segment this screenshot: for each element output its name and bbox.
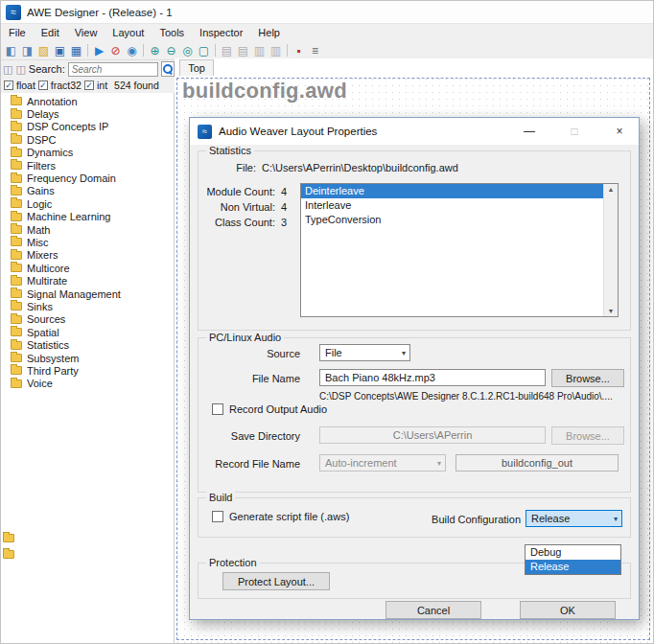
record-mode-value: Auto-increment xyxy=(325,457,397,469)
tree-item-label: Annotation xyxy=(27,96,78,107)
dialog-maximize-button[interactable]: □ xyxy=(555,118,594,145)
dock-toggle-icon[interactable]: ◫ xyxy=(3,63,12,76)
tree-item-filters[interactable]: Filters xyxy=(1,159,174,172)
dialog-titlebar[interactable]: ≈ Audio Weaver Layout Properties — □ × xyxy=(190,118,639,145)
tree-item-third-party[interactable]: Third Party xyxy=(1,364,174,377)
menu-file[interactable]: File xyxy=(1,27,34,38)
dropdown-option-release[interactable]: Release xyxy=(526,560,620,574)
filter-float-checkbox[interactable]: ✓ xyxy=(4,80,13,90)
build-legend: Build xyxy=(206,492,235,503)
zoom-in-icon[interactable]: ⊕ xyxy=(147,42,163,58)
tab-top[interactable]: Top xyxy=(179,59,214,76)
align-top-icon[interactable]: ▥ xyxy=(251,42,268,58)
tree-item-gains[interactable]: Gains xyxy=(1,185,174,197)
open-folder-icon[interactable]: ▨ xyxy=(35,42,52,58)
folder-icon xyxy=(11,199,22,208)
folder-icon xyxy=(11,97,22,105)
tree-item-voice[interactable]: Voice xyxy=(1,378,174,390)
source-label: Source xyxy=(199,348,300,359)
panel-right-icon[interactable]: ◨ xyxy=(19,42,35,58)
protect-layout-button[interactable]: Protect Layout... xyxy=(222,572,330,590)
filter-fract32-checkbox[interactable]: ✓ xyxy=(38,80,48,90)
tree-item-multirate[interactable]: Multirate xyxy=(1,274,174,287)
zoom-fit-icon[interactable]: ◎ xyxy=(179,42,196,58)
record-mode-combobox: Auto-increment ▾ xyxy=(319,454,446,472)
class-count-value: 3 xyxy=(281,217,287,228)
toolbar-separator xyxy=(143,44,144,57)
palette-folder-icon[interactable] xyxy=(3,550,14,559)
tree-item-dynamics[interactable]: Dynamics xyxy=(1,147,174,159)
tree-item-mixers[interactable]: Mixers xyxy=(1,249,174,262)
folder-icon xyxy=(11,238,22,246)
tree-item-sinks[interactable]: Sinks xyxy=(1,300,174,312)
tree-item-multicore[interactable]: Multicore xyxy=(1,262,174,274)
record-output-checkbox[interactable] xyxy=(212,403,223,415)
tree-item-logic[interactable]: Logic xyxy=(1,197,174,210)
palette-folder-icon[interactable] xyxy=(3,534,14,542)
generate-script-checkbox[interactable] xyxy=(212,511,223,522)
tree-item-math[interactable]: Math xyxy=(1,223,174,236)
menu-layout[interactable]: Layout xyxy=(105,27,152,38)
tree-item-statistics[interactable]: Statistics xyxy=(1,338,174,351)
tree-item-annotation[interactable]: Annotation xyxy=(1,95,174,107)
file-label: File: xyxy=(204,162,256,173)
listbox-item-deinterleave[interactable]: Deinterleave xyxy=(301,184,603,198)
non-virtual-label: Non Virtual: xyxy=(204,201,275,213)
listbox-item-interleave[interactable]: Interleave xyxy=(301,198,603,213)
module-count-value: 4 xyxy=(281,186,287,197)
build-configuration-combobox[interactable]: Release ▾ xyxy=(526,510,622,527)
tree-item-label: Mixers xyxy=(27,249,58,261)
menu-inspector[interactable]: Inspector xyxy=(192,27,250,38)
align-left-icon[interactable]: ▤ xyxy=(219,42,235,58)
module-tree: Annotation Delays DSP Concepts IP DSPC D… xyxy=(1,93,175,643)
module-class-listbox: Deinterleave Interleave TypeConversion ▲… xyxy=(300,183,619,317)
tree-item-label: Spatial xyxy=(27,327,59,338)
search-button[interactable] xyxy=(161,61,175,77)
tree-item-dsp-concepts-ip[interactable]: DSP Concepts IP xyxy=(1,121,174,133)
record-output-label: Record Output Audio xyxy=(229,403,327,415)
search-input[interactable] xyxy=(68,62,158,77)
menu-view[interactable]: View xyxy=(67,27,105,38)
target-connect-icon[interactable]: ◉ xyxy=(124,42,140,58)
app-logo-icon: ≈ xyxy=(6,5,21,20)
tree-item-machine-learning[interactable]: Machine Learning xyxy=(1,211,174,223)
tree-item-sources[interactable]: Sources xyxy=(1,313,174,326)
route-list-icon[interactable]: ≡ xyxy=(307,42,323,58)
tree-item-signal-management[interactable]: Signal Management xyxy=(1,288,174,300)
filter-int-checkbox[interactable]: ✓ xyxy=(84,80,94,90)
tree-item-delays[interactable]: Delays xyxy=(1,107,174,120)
listbox-item-typeconversion[interactable]: TypeConversion xyxy=(301,213,603,227)
save-icon[interactable]: ▣ xyxy=(52,42,68,58)
tree-item-subsystem[interactable]: Subsystem xyxy=(1,352,174,364)
align-right-icon[interactable]: ▤ xyxy=(235,42,251,58)
dialog-close-button[interactable]: × xyxy=(600,118,639,145)
align-bottom-icon[interactable]: ▥ xyxy=(268,42,284,58)
dropdown-option-debug[interactable]: Debug xyxy=(526,545,620,560)
menu-tools[interactable]: Tools xyxy=(152,27,192,38)
breakpoint-icon[interactable]: ▪ xyxy=(291,42,307,58)
tree-item-label: Third Party xyxy=(27,365,79,377)
dialog-minimize-button[interactable]: — xyxy=(510,118,549,145)
tree-item-label: Delays xyxy=(27,108,59,120)
browse-file-button[interactable]: Browse... xyxy=(551,369,624,387)
halt-icon[interactable]: ⊘ xyxy=(107,42,124,58)
grid-toggle-icon[interactable]: ◫ xyxy=(15,63,25,76)
listbox-scrollbar[interactable]: ▲ ▼ xyxy=(603,184,618,316)
menu-help[interactable]: Help xyxy=(250,27,288,38)
menu-edit[interactable]: Edit xyxy=(34,27,67,38)
tree-item-frequency-domain[interactable]: Frequency Domain xyxy=(1,172,174,184)
zoom-selection-icon[interactable]: ▢ xyxy=(196,42,212,58)
run-icon[interactable]: ▶ xyxy=(91,42,107,58)
cancel-button[interactable]: Cancel xyxy=(385,601,481,619)
scroll-down-icon[interactable]: ▼ xyxy=(608,306,615,316)
tree-item-dspc[interactable]: DSPC xyxy=(1,133,174,146)
save-all-icon[interactable]: ▦ xyxy=(68,42,84,58)
source-combobox[interactable]: File ▾ xyxy=(319,344,410,361)
ok-button[interactable]: OK xyxy=(520,601,616,619)
scroll-up-icon[interactable]: ▲ xyxy=(608,184,615,195)
tree-item-spatial[interactable]: Spatial xyxy=(1,326,174,338)
tree-item-misc[interactable]: Misc xyxy=(1,236,174,248)
panel-left-icon[interactable]: ◧ xyxy=(3,42,19,58)
file-name-input[interactable]: Bach Piano 48kHz.mp3 xyxy=(319,369,546,386)
zoom-out-icon[interactable]: ⊖ xyxy=(163,42,179,58)
